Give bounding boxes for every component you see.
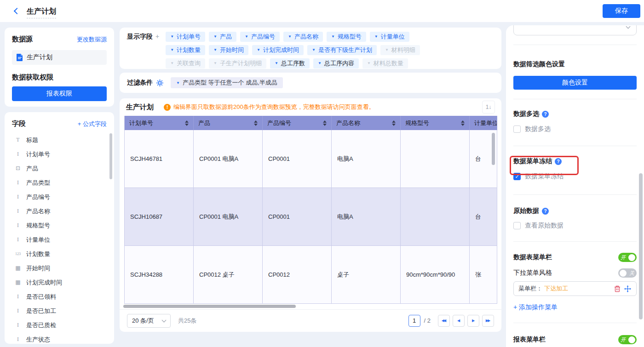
display-field-chip-关联查询[interactable]: ▼关联查询 [166, 58, 205, 68]
display-field-chip-总工序内容[interactable]: ▼总工序内容 [313, 58, 359, 68]
text-field-icon: I [14, 322, 22, 329]
display-field-chip-子生产计划明细[interactable]: ▼子生产计划明细 [209, 58, 266, 68]
field-item-产品编号[interactable]: I产品编号 [12, 190, 107, 204]
multi-select-checkbox[interactable]: 数据多选 [513, 125, 637, 134]
field-item-计划数量[interactable]: 123计划数量 [12, 247, 107, 261]
field-item-产品类型[interactable]: I产品类型 [12, 176, 107, 190]
display-field-chip-开始时间[interactable]: ▼开始时间 [209, 45, 248, 55]
field-item-计划完成时间[interactable]: ▦计划完成时间 [12, 275, 107, 290]
gear-icon[interactable] [156, 80, 163, 86]
data-table: 计划单号产品产品编号产品名称规格型号计量单位 SCJH46781CP0001 电… [124, 116, 497, 304]
fields-card: 字段 + 公式字段 T标题I计划单号⊡产品I产品类型I产品编号I产品名称I规格型… [5, 112, 114, 344]
sort-icon[interactable] [323, 120, 327, 126]
report-permission-button[interactable]: 报表权限 [12, 86, 107, 101]
display-field-chip-材料明细[interactable]: ▼材料明细 [380, 45, 420, 55]
table-row[interactable]: SCJH34288CP0012 桌子CP0012桌子90cm*90cm*90/9… [125, 246, 497, 304]
display-field-chip-材料总数量[interactable]: ▼材料总数量 [362, 58, 408, 68]
change-datasource-link[interactable]: 更改数据源 [77, 35, 107, 44]
page-number-input[interactable]: 1 [408, 315, 420, 327]
production-plan-editor: 生产计划 保存 数据源 更改数据源 生产计划 数据获取权限 报表权限 字段 + … [0, 0, 644, 347]
display-field-chip-是否有下级生产计划[interactable]: ▼是否有下级生产计划 [307, 45, 377, 55]
add-formula-field-link[interactable]: + 公式字段 [78, 120, 107, 128]
chip-label: 计划数量 [177, 46, 201, 54]
menu-freeze-checkbox[interactable]: ✓ 数据菜单冻结 [513, 172, 637, 181]
field-item-产品名称[interactable]: I产品名称 [12, 204, 107, 218]
table-cell: 台 [470, 188, 497, 246]
field-item-是否已质检[interactable]: I是否已质检 [12, 318, 107, 332]
display-field-chip-产品名称[interactable]: ▼产品名称 [283, 32, 323, 42]
question-icon[interactable]: ? [542, 111, 549, 118]
sort-icon[interactable] [254, 120, 258, 126]
raw-data-checkbox[interactable]: 查看原始数据 [513, 221, 637, 230]
preview-notice: ! 编辑界面只取数据源前200条作为查询数据预览，完整数据请访问页面查看。 [164, 103, 375, 111]
column-header-产品编号[interactable]: 产品编号 [263, 116, 332, 130]
fields-title: 字段 [12, 119, 26, 128]
sort-icon[interactable] [392, 120, 396, 126]
column-header-产品[interactable]: 产品 [194, 116, 263, 130]
fields-scrollbar[interactable] [109, 133, 112, 179]
column-header-label: 产品 [198, 119, 210, 127]
add-display-field-button[interactable]: + [155, 33, 159, 41]
top-select[interactable] [513, 25, 637, 35]
field-item-是否已领料[interactable]: I是否已领料 [12, 290, 107, 304]
chevron-down-icon [162, 318, 167, 322]
table-row[interactable]: SCJH46781CP0001 电脑ACP0001电脑A台 [125, 130, 497, 188]
sort-icon[interactable] [461, 120, 465, 126]
display-field-chip-计划数量[interactable]: ▼计划数量 [166, 45, 205, 55]
column-header-label: 产品编号 [267, 119, 291, 127]
field-item-计划单号[interactable]: I计划单号 [12, 147, 107, 161]
field-item-计量单位[interactable]: I计量单位 [12, 233, 107, 247]
chip-label: 总工序内容 [324, 59, 354, 68]
display-field-chip-产品[interactable]: ▼产品 [209, 32, 236, 42]
table-header-row: 计划单号产品产品编号产品名称规格型号计量单位 [125, 116, 497, 130]
dropdown-style-toggle[interactable]: 关 [618, 268, 637, 278]
table-horizontal-scrollbar[interactable] [123, 305, 296, 308]
last-page-button[interactable]: ▶▶ [482, 315, 494, 327]
column-header-规格型号[interactable]: 规格型号 [401, 116, 470, 130]
display-field-chip-总工序数[interactable]: ▼总工序数 [270, 58, 310, 68]
field-item-开始时间[interactable]: ▦开始时间 [12, 261, 107, 275]
table-row[interactable]: SCJH10687CP0001 电脑ACP0001电脑A台 [125, 188, 497, 246]
sort-icon[interactable] [185, 120, 189, 126]
question-icon[interactable]: ? [542, 208, 549, 215]
display-field-chip-计划单号[interactable]: ▼计划单号 [166, 32, 205, 42]
prev-page-button[interactable]: ◀ [453, 315, 465, 327]
save-button[interactable]: 保存 [603, 4, 640, 18]
delete-icon[interactable] [613, 284, 621, 293]
field-item-产品[interactable]: ⊡产品 [12, 161, 107, 176]
field-label: 产品类型 [26, 179, 50, 187]
column-header-计划单号[interactable]: 计划单号 [125, 116, 194, 130]
raw-data-title: 原始数据 [513, 207, 539, 215]
display-field-chip-计量单位[interactable]: ▼计量单位 [370, 32, 409, 42]
menu-item-value[interactable]: 下达加工 [544, 284, 568, 293]
table-cell: CP0001 [263, 188, 332, 246]
display-field-chip-规格型号[interactable]: ▼规格型号 [327, 32, 366, 42]
move-icon[interactable] [623, 284, 632, 293]
settings-scrollbar[interactable] [639, 173, 643, 319]
display-field-chip-计划完成时间[interactable]: ▼计划完成时间 [252, 45, 304, 55]
field-item-生产状态[interactable]: I生产状态 [12, 332, 107, 344]
report-menubar-toggle[interactable]: 开 [618, 335, 637, 344]
caret-down-icon: ▼ [288, 35, 292, 39]
table-vertical-scrollbar[interactable] [492, 133, 495, 165]
column-header-计量单位[interactable]: 计量单位 [470, 116, 497, 130]
next-page-button[interactable]: ▶ [467, 315, 479, 327]
page-size-select[interactable]: 20 条/页 [127, 314, 171, 328]
sort-order-button[interactable]: 1↓ [482, 101, 495, 114]
field-item-标题[interactable]: T标题 [12, 133, 107, 147]
question-icon[interactable]: ? [555, 158, 562, 165]
table-menu-item[interactable]: 菜单栏： 下达加工 [513, 281, 637, 296]
color-settings-button[interactable]: 颜色设置 [513, 76, 637, 90]
filter-condition-chip[interactable]: ▼ 产品类型 等于任意一个 成品,半成品 [171, 77, 283, 88]
display-field-chip-产品编号[interactable]: ▼产品编号 [240, 32, 280, 42]
back-icon[interactable] [14, 8, 20, 14]
table-cell: SCJH34288 [125, 246, 194, 304]
first-page-button[interactable]: ◀◀ [438, 315, 450, 327]
datasource-item[interactable]: 生产计划 [12, 50, 107, 65]
table-menubar-toggle[interactable]: 开 [618, 253, 637, 262]
add-action-menu-link[interactable]: + 添加操作菜单 [513, 303, 637, 312]
field-item-是否已加工[interactable]: I是否已加工 [12, 304, 107, 318]
field-item-规格型号[interactable]: I规格型号 [12, 218, 107, 233]
column-header-产品名称[interactable]: 产品名称 [332, 116, 401, 130]
field-label: 开始时间 [26, 264, 50, 273]
